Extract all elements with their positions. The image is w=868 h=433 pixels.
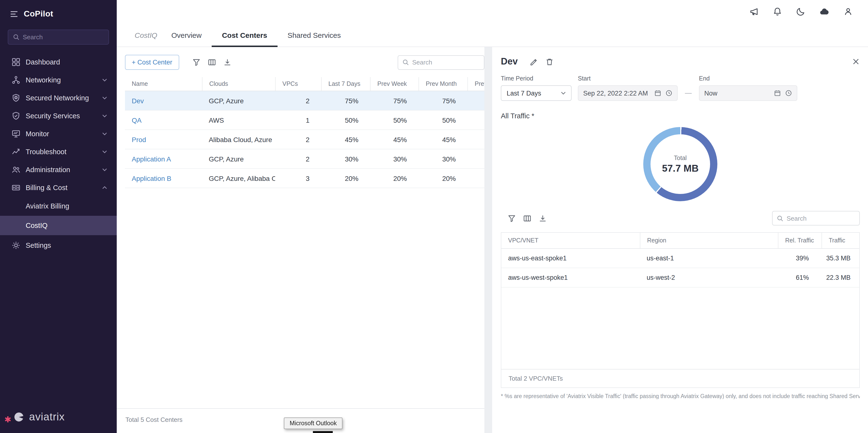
time-period-label: Time Period	[501, 75, 571, 82]
cell-prev-month: 20%	[418, 174, 467, 182]
cell-last7: 50%	[321, 116, 370, 124]
sidebar-item-networking[interactable]: Networking	[0, 71, 117, 89]
sidebar-item-troubleshoot[interactable]: Troubleshoot	[0, 143, 117, 161]
app-window: CoPilot Dashboard Networking Secured Net…	[0, 0, 868, 433]
sidebar-search[interactable]	[8, 30, 109, 45]
cost-centers-search[interactable]	[398, 55, 485, 69]
cell-vpcs: 2	[275, 136, 321, 143]
vpc-search[interactable]	[772, 211, 860, 226]
cost-centers-table: Name Clouds VPCs Last 7 Days Prev Week P…	[125, 77, 485, 188]
sidebar-item-aviatrix-billing[interactable]: Aviatrix Billing	[0, 196, 117, 216]
cost-centers-search-input[interactable]	[412, 59, 479, 66]
cell-prev-month: 30%	[418, 155, 467, 163]
calendar-icon[interactable]	[654, 90, 661, 96]
table-row-prod[interactable]: Prod Alibaba Cloud, Azure 2 45% 45% 45%	[125, 130, 485, 149]
clock-icon[interactable]	[785, 90, 792, 96]
cell-prev-week: 45%	[370, 136, 418, 143]
cost-center-link[interactable]: QA	[125, 116, 202, 124]
vpc-search-input[interactable]	[786, 214, 855, 222]
cloud-icon[interactable]	[819, 7, 830, 17]
table-row-qa[interactable]: QA AWS 1 50% 50% 50%	[125, 111, 485, 130]
sidebar-item-label: Security Services	[26, 112, 80, 119]
start-field: Start Sep 22, 2022 2:22 AM	[578, 75, 678, 101]
download-icon[interactable]	[538, 214, 547, 222]
clock-icon[interactable]	[665, 90, 672, 96]
cell-rel-traffic: 61%	[778, 274, 822, 281]
cost-center-link[interactable]: Prod	[125, 136, 202, 143]
time-period-select[interactable]: Last 7 Days	[501, 85, 571, 101]
column-header-prev[interactable]: Prev	[467, 77, 485, 91]
column-header-clouds[interactable]: Clouds	[202, 77, 275, 91]
filter-icon[interactable]	[192, 58, 200, 66]
sidebar-search-input[interactable]	[23, 33, 104, 41]
tab-cost-centers[interactable]: Cost Centers	[212, 23, 277, 47]
troubleshoot-icon	[11, 147, 20, 156]
column-header-prev-month[interactable]: Prev Month	[418, 77, 467, 91]
sidebar-item-secured-networking[interactable]: Secured Networking	[0, 89, 117, 107]
hamburger-menu-icon[interactable]	[10, 11, 18, 18]
sidebar-item-costiq[interactable]: CostIQ	[0, 216, 117, 235]
main-area: CostIQ Overview Cost Centers Shared Serv…	[117, 0, 868, 433]
tab-shared-services[interactable]: Shared Services	[277, 23, 351, 47]
column-header-region[interactable]: Region	[640, 233, 778, 248]
announcement-icon[interactable]	[749, 7, 759, 17]
cell-vpc: aws-us-east-spoke1	[501, 255, 640, 262]
notifications-icon[interactable]	[773, 7, 782, 17]
dark-mode-icon[interactable]	[796, 7, 806, 17]
delete-icon[interactable]	[546, 57, 554, 66]
cost-center-link[interactable]: Dev	[125, 97, 202, 105]
table-row-application-b[interactable]: Application B GCP, Azure, Alibaba C 3 20…	[125, 169, 485, 188]
sidebar-item-label: Aviatrix Billing	[26, 202, 69, 210]
download-icon[interactable]	[223, 58, 231, 66]
time-range-controls: Time Period Last 7 Days Start Sep 22, 20…	[501, 75, 860, 101]
column-header-rel-traffic[interactable]: Rel. Traffic	[778, 233, 822, 248]
time-period-value: Last 7 Days	[507, 89, 541, 97]
vpc-table-header: VPC/VNET Region Rel. Traffic Traffic	[501, 233, 859, 249]
table-row-dev[interactable]: Dev GCP, Azure 2 75% 75% 75%	[125, 91, 485, 111]
sidebar-item-dashboard[interactable]: Dashboard	[0, 53, 117, 71]
cell-prev-week: 75%	[370, 97, 418, 105]
calendar-icon[interactable]	[774, 90, 781, 96]
close-icon[interactable]	[852, 58, 860, 65]
end-input[interactable]: Now	[699, 85, 797, 101]
cell-traffic: 35.3 MB	[822, 255, 859, 262]
sidebar-item-label: Secured Networking	[26, 94, 89, 102]
cost-center-link[interactable]: Application A	[125, 155, 202, 163]
cell-rel-traffic: 39%	[778, 255, 822, 262]
taskbar-window-edge	[313, 431, 333, 433]
sidebar-item-security-services[interactable]: Security Services	[0, 107, 117, 125]
column-header-name[interactable]: Name	[125, 77, 202, 91]
cost-center-link[interactable]: Application B	[125, 174, 202, 182]
sidebar-item-administration[interactable]: Administration	[0, 161, 117, 178]
vpc-table-row[interactable]: aws-us-west-spoke1 us-west-2 61% 22.3 MB	[501, 268, 859, 288]
sidebar-item-settings[interactable]: Settings	[0, 236, 117, 254]
sidebar-item-billing-cost[interactable]: Billing & Cost	[0, 178, 117, 196]
table-actions	[192, 58, 231, 66]
column-header-prev-week[interactable]: Prev Week	[370, 77, 418, 91]
filter-icon[interactable]	[507, 214, 516, 222]
columns-icon[interactable]	[208, 58, 216, 66]
table-row-application-a[interactable]: Application A GCP, Azure 2 30% 30% 30%	[125, 149, 485, 169]
detail-title: Dev	[501, 56, 518, 67]
column-header-vpc-vnet[interactable]: VPC/VNET	[501, 233, 640, 248]
columns-icon[interactable]	[523, 214, 531, 222]
start-input[interactable]: Sep 22, 2022 2:22 AM	[578, 85, 678, 101]
cell-clouds: GCP, Azure, Alibaba C	[202, 174, 275, 182]
sidebar-item-monitor[interactable]: Monitor	[0, 125, 117, 143]
corner-extension-icon[interactable]: ✱	[4, 415, 11, 424]
column-header-vpcs[interactable]: VPCs	[275, 77, 321, 91]
tab-overview[interactable]: Overview	[161, 23, 212, 47]
column-header-traffic[interactable]: Traffic	[822, 233, 859, 248]
chevron-down-icon	[561, 92, 566, 94]
search-icon	[777, 215, 783, 221]
sidebar-item-label: Billing & Cost	[26, 183, 67, 191]
chevron-down-icon	[102, 150, 107, 153]
time-period-field: Time Period Last 7 Days	[501, 75, 571, 101]
cost-center-detail-panel: Dev Time Period Last 7 Days	[492, 47, 868, 433]
edit-icon[interactable]	[529, 57, 538, 66]
add-cost-center-button[interactable]: + Cost Center	[125, 55, 179, 70]
column-header-last7[interactable]: Last 7 Days	[321, 77, 370, 91]
vpc-table-row[interactable]: aws-us-east-spoke1 us-east-1 39% 35.3 MB	[501, 249, 859, 268]
account-icon[interactable]	[843, 7, 853, 17]
cell-vpcs: 2	[275, 97, 321, 105]
